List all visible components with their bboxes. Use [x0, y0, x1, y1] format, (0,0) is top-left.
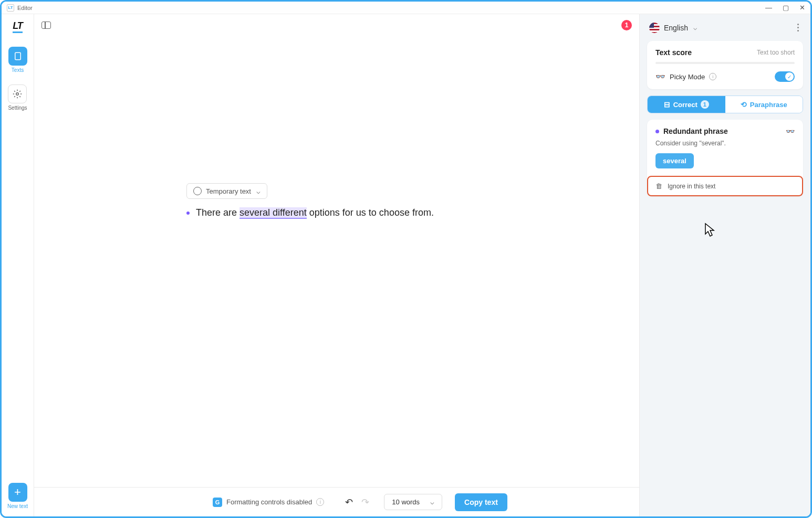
- suggestion-button[interactable]: several: [655, 153, 694, 168]
- svg-point-1: [16, 93, 19, 96]
- tab-correct[interactable]: ⊟ Correct 1: [648, 96, 725, 113]
- flag-us-icon: [649, 23, 660, 33]
- left-sidebar: LT Texts Settings + New text: [2, 14, 34, 516]
- titlebar: LT Editor — ▢ ✕: [2, 2, 810, 14]
- word-count-label: 10 words: [392, 498, 420, 506]
- lt-logo: LT: [13, 20, 23, 33]
- new-text-button[interactable]: +: [8, 483, 27, 502]
- issue-message: Consider using "several".: [655, 140, 795, 147]
- sentence-text: There are several different options for …: [196, 207, 434, 218]
- info-icon[interactable]: i: [316, 498, 324, 506]
- picky-mode-toggle[interactable]: [775, 71, 795, 82]
- panel-tabs: ⊟ Correct 1 ⟲ Paraphrase: [647, 96, 803, 113]
- editor-area: 1 Temporary text There are several diffe…: [34, 14, 639, 516]
- info-icon[interactable]: i: [709, 73, 716, 80]
- issue-card: Redundant phrase 👓 Consider using "sever…: [647, 120, 803, 196]
- texts-icon: [8, 47, 27, 66]
- tab-paraphrase-label: Paraphrase: [750, 101, 787, 109]
- undo-redo-group: ↶ ↷: [345, 496, 369, 508]
- temporary-text-label: Temporary text: [206, 187, 251, 195]
- ignore-label: Ignore in this text: [668, 183, 715, 190]
- settings-label: Settings: [8, 105, 27, 111]
- editor-content[interactable]: Temporary text There are several differe…: [34, 36, 639, 487]
- issue-bullet-icon: [186, 212, 190, 215]
- window-title: Editor: [17, 5, 33, 11]
- issue-title: Redundant phrase: [663, 127, 728, 135]
- tab-correct-label: Correct: [673, 101, 698, 109]
- error-count-badge[interactable]: 1: [621, 20, 632, 30]
- g-badge-icon: G: [213, 498, 222, 507]
- formatting-status[interactable]: G Formatting controls disabled i: [207, 494, 329, 511]
- panel-menu-button[interactable]: [795, 22, 801, 34]
- sidebar-item-texts[interactable]: Texts: [8, 47, 27, 73]
- editor-header: 1: [34, 14, 639, 36]
- highlighted-phrase[interactable]: several different: [240, 207, 307, 219]
- tab-correct-count: 1: [701, 100, 709, 109]
- texts-label: Texts: [12, 67, 24, 73]
- ignore-in-text-button[interactable]: 🗑 Ignore in this text: [647, 176, 803, 196]
- tab-paraphrase[interactable]: ⟲ Paraphrase: [725, 96, 803, 113]
- score-progress-bar: [655, 62, 795, 64]
- score-title: Text score: [655, 48, 692, 57]
- chevron-down-icon: ⌵: [693, 24, 697, 31]
- app-window: LT Editor — ▢ ✕ LT Texts Settings: [0, 0, 812, 518]
- toggle-panel-icon[interactable]: [41, 22, 51, 29]
- bottom-toolbar: G Formatting controls disabled i ↶ ↷ 10 …: [34, 487, 639, 516]
- window-controls: — ▢ ✕: [765, 4, 805, 12]
- minimize-button[interactable]: —: [765, 4, 772, 12]
- issue-dot-icon: [655, 130, 659, 133]
- picky-mode-row: 👓 Picky Mode i: [655, 71, 795, 82]
- app-body: LT Texts Settings + New text 1: [2, 14, 810, 516]
- language-label: English: [664, 24, 688, 32]
- new-text-label: New text: [7, 503, 28, 509]
- word-count-dropdown[interactable]: 10 words: [384, 494, 442, 510]
- formatting-label: Formatting controls disabled: [226, 498, 312, 506]
- paraphrase-icon: ⟲: [741, 100, 747, 109]
- maximize-button[interactable]: ▢: [783, 4, 789, 12]
- text-score-card: Text score Text too short 👓 Picky Mode i: [647, 41, 803, 89]
- picky-mode-label: Picky Mode: [670, 73, 705, 81]
- language-selector[interactable]: English ⌵: [647, 20, 803, 35]
- sidebar-item-settings[interactable]: Settings: [8, 84, 27, 111]
- redo-button[interactable]: ↷: [361, 496, 369, 508]
- copy-text-button[interactable]: Copy text: [455, 493, 507, 511]
- glasses-icon: 👓: [786, 127, 795, 135]
- app-icon: LT: [7, 4, 14, 12]
- temporary-text-dropdown[interactable]: Temporary text: [186, 183, 267, 199]
- undo-button[interactable]: ↶: [345, 496, 353, 508]
- right-panel: English ⌵ Text score Text too short 👓 Pi…: [639, 14, 810, 516]
- text-sentence[interactable]: There are several different options for …: [186, 207, 434, 218]
- score-hint: Text too short: [757, 49, 795, 56]
- glasses-icon: 👓: [655, 72, 665, 81]
- trash-icon: 🗑: [655, 182, 662, 190]
- close-button[interactable]: ✕: [799, 4, 805, 12]
- svg-rect-0: [15, 52, 20, 60]
- settings-icon: [8, 84, 27, 103]
- correct-icon: ⊟: [664, 100, 670, 109]
